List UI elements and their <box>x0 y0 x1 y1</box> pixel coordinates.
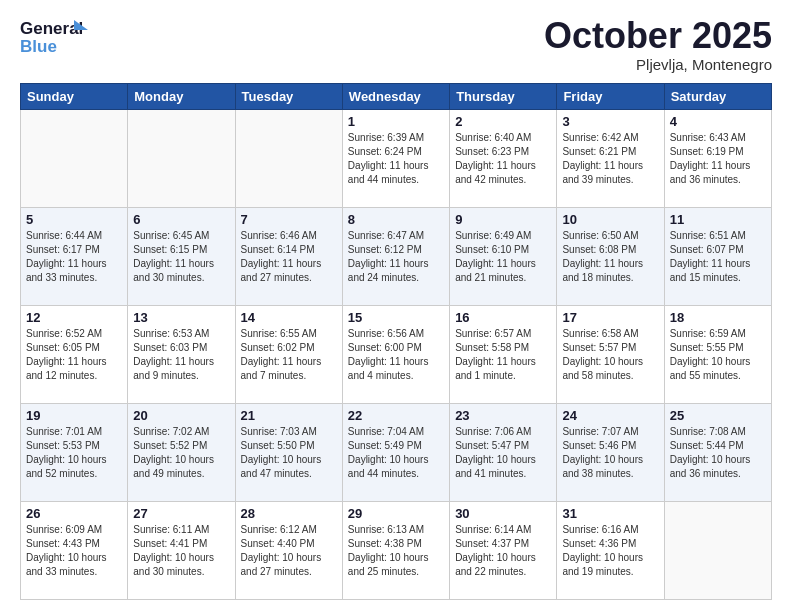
th-sunday: Sunday <box>21 83 128 109</box>
calendar-cell <box>128 109 235 207</box>
th-wednesday: Wednesday <box>342 83 449 109</box>
day-info: Sunrise: 6:59 AM Sunset: 5:55 PM Dayligh… <box>670 327 766 383</box>
calendar-cell: 25Sunrise: 7:08 AM Sunset: 5:44 PM Dayli… <box>664 403 771 501</box>
calendar-cell: 19Sunrise: 7:01 AM Sunset: 5:53 PM Dayli… <box>21 403 128 501</box>
day-info: Sunrise: 7:02 AM Sunset: 5:52 PM Dayligh… <box>133 425 229 481</box>
calendar-cell: 20Sunrise: 7:02 AM Sunset: 5:52 PM Dayli… <box>128 403 235 501</box>
day-info: Sunrise: 7:01 AM Sunset: 5:53 PM Dayligh… <box>26 425 122 481</box>
calendar-cell <box>664 501 771 599</box>
calendar-cell: 12Sunrise: 6:52 AM Sunset: 6:05 PM Dayli… <box>21 305 128 403</box>
day-info: Sunrise: 6:56 AM Sunset: 6:00 PM Dayligh… <box>348 327 444 383</box>
day-info: Sunrise: 6:46 AM Sunset: 6:14 PM Dayligh… <box>241 229 337 285</box>
calendar-cell: 21Sunrise: 7:03 AM Sunset: 5:50 PM Dayli… <box>235 403 342 501</box>
calendar-cell: 31Sunrise: 6:16 AM Sunset: 4:36 PM Dayli… <box>557 501 664 599</box>
month-title: October 2025 <box>544 16 772 56</box>
page: GeneralBlue October 2025 Pljevlja, Monte… <box>0 0 792 612</box>
calendar-cell: 13Sunrise: 6:53 AM Sunset: 6:03 PM Dayli… <box>128 305 235 403</box>
svg-text:Blue: Blue <box>20 37 57 56</box>
calendar-cell: 14Sunrise: 6:55 AM Sunset: 6:02 PM Dayli… <box>235 305 342 403</box>
th-thursday: Thursday <box>450 83 557 109</box>
calendar-cell: 26Sunrise: 6:09 AM Sunset: 4:43 PM Dayli… <box>21 501 128 599</box>
calendar-cell: 28Sunrise: 6:12 AM Sunset: 4:40 PM Dayli… <box>235 501 342 599</box>
day-number: 17 <box>562 310 658 325</box>
day-info: Sunrise: 6:49 AM Sunset: 6:10 PM Dayligh… <box>455 229 551 285</box>
day-info: Sunrise: 6:45 AM Sunset: 6:15 PM Dayligh… <box>133 229 229 285</box>
calendar-cell: 11Sunrise: 6:51 AM Sunset: 6:07 PM Dayli… <box>664 207 771 305</box>
day-number: 28 <box>241 506 337 521</box>
calendar-cell: 18Sunrise: 6:59 AM Sunset: 5:55 PM Dayli… <box>664 305 771 403</box>
day-number: 27 <box>133 506 229 521</box>
day-info: Sunrise: 6:09 AM Sunset: 4:43 PM Dayligh… <box>26 523 122 579</box>
day-number: 26 <box>26 506 122 521</box>
calendar-cell: 29Sunrise: 6:13 AM Sunset: 4:38 PM Dayli… <box>342 501 449 599</box>
day-info: Sunrise: 6:57 AM Sunset: 5:58 PM Dayligh… <box>455 327 551 383</box>
calendar-cell: 2Sunrise: 6:40 AM Sunset: 6:23 PM Daylig… <box>450 109 557 207</box>
day-info: Sunrise: 6:40 AM Sunset: 6:23 PM Dayligh… <box>455 131 551 187</box>
calendar-week-row: 5Sunrise: 6:44 AM Sunset: 6:17 PM Daylig… <box>21 207 772 305</box>
day-info: Sunrise: 6:58 AM Sunset: 5:57 PM Dayligh… <box>562 327 658 383</box>
logo-area: GeneralBlue <box>20 16 90 58</box>
th-friday: Friday <box>557 83 664 109</box>
calendar-cell: 3Sunrise: 6:42 AM Sunset: 6:21 PM Daylig… <box>557 109 664 207</box>
day-info: Sunrise: 7:06 AM Sunset: 5:47 PM Dayligh… <box>455 425 551 481</box>
day-number: 19 <box>26 408 122 423</box>
calendar-cell: 24Sunrise: 7:07 AM Sunset: 5:46 PM Dayli… <box>557 403 664 501</box>
title-area: October 2025 Pljevlja, Montenegro <box>544 16 772 73</box>
day-number: 22 <box>348 408 444 423</box>
day-info: Sunrise: 6:50 AM Sunset: 6:08 PM Dayligh… <box>562 229 658 285</box>
day-number: 20 <box>133 408 229 423</box>
day-info: Sunrise: 6:42 AM Sunset: 6:21 PM Dayligh… <box>562 131 658 187</box>
th-saturday: Saturday <box>664 83 771 109</box>
day-number: 18 <box>670 310 766 325</box>
calendar-week-row: 1Sunrise: 6:39 AM Sunset: 6:24 PM Daylig… <box>21 109 772 207</box>
day-number: 10 <box>562 212 658 227</box>
day-number: 3 <box>562 114 658 129</box>
th-tuesday: Tuesday <box>235 83 342 109</box>
day-number: 24 <box>562 408 658 423</box>
day-info: Sunrise: 7:08 AM Sunset: 5:44 PM Dayligh… <box>670 425 766 481</box>
day-number: 5 <box>26 212 122 227</box>
day-number: 31 <box>562 506 658 521</box>
day-info: Sunrise: 6:53 AM Sunset: 6:03 PM Dayligh… <box>133 327 229 383</box>
day-info: Sunrise: 6:14 AM Sunset: 4:37 PM Dayligh… <box>455 523 551 579</box>
day-number: 2 <box>455 114 551 129</box>
day-number: 6 <box>133 212 229 227</box>
calendar-cell <box>235 109 342 207</box>
calendar-cell: 17Sunrise: 6:58 AM Sunset: 5:57 PM Dayli… <box>557 305 664 403</box>
logo-svg: GeneralBlue <box>20 16 90 58</box>
day-info: Sunrise: 6:44 AM Sunset: 6:17 PM Dayligh… <box>26 229 122 285</box>
calendar-cell: 15Sunrise: 6:56 AM Sunset: 6:00 PM Dayli… <box>342 305 449 403</box>
day-info: Sunrise: 6:47 AM Sunset: 6:12 PM Dayligh… <box>348 229 444 285</box>
calendar-week-row: 19Sunrise: 7:01 AM Sunset: 5:53 PM Dayli… <box>21 403 772 501</box>
calendar-cell: 23Sunrise: 7:06 AM Sunset: 5:47 PM Dayli… <box>450 403 557 501</box>
th-monday: Monday <box>128 83 235 109</box>
day-number: 30 <box>455 506 551 521</box>
day-number: 4 <box>670 114 766 129</box>
calendar-cell: 5Sunrise: 6:44 AM Sunset: 6:17 PM Daylig… <box>21 207 128 305</box>
calendar-cell: 27Sunrise: 6:11 AM Sunset: 4:41 PM Dayli… <box>128 501 235 599</box>
day-number: 8 <box>348 212 444 227</box>
day-info: Sunrise: 6:16 AM Sunset: 4:36 PM Dayligh… <box>562 523 658 579</box>
weekday-header-row: Sunday Monday Tuesday Wednesday Thursday… <box>21 83 772 109</box>
day-info: Sunrise: 6:52 AM Sunset: 6:05 PM Dayligh… <box>26 327 122 383</box>
calendar-cell: 16Sunrise: 6:57 AM Sunset: 5:58 PM Dayli… <box>450 305 557 403</box>
location: Pljevlja, Montenegro <box>544 56 772 73</box>
calendar-table: Sunday Monday Tuesday Wednesday Thursday… <box>20 83 772 600</box>
day-info: Sunrise: 6:51 AM Sunset: 6:07 PM Dayligh… <box>670 229 766 285</box>
calendar-week-row: 12Sunrise: 6:52 AM Sunset: 6:05 PM Dayli… <box>21 305 772 403</box>
calendar-cell: 30Sunrise: 6:14 AM Sunset: 4:37 PM Dayli… <box>450 501 557 599</box>
day-number: 13 <box>133 310 229 325</box>
calendar-cell: 7Sunrise: 6:46 AM Sunset: 6:14 PM Daylig… <box>235 207 342 305</box>
day-number: 14 <box>241 310 337 325</box>
day-number: 11 <box>670 212 766 227</box>
day-number: 9 <box>455 212 551 227</box>
calendar-cell: 6Sunrise: 6:45 AM Sunset: 6:15 PM Daylig… <box>128 207 235 305</box>
day-info: Sunrise: 7:07 AM Sunset: 5:46 PM Dayligh… <box>562 425 658 481</box>
calendar-cell: 4Sunrise: 6:43 AM Sunset: 6:19 PM Daylig… <box>664 109 771 207</box>
day-number: 21 <box>241 408 337 423</box>
day-number: 16 <box>455 310 551 325</box>
day-number: 12 <box>26 310 122 325</box>
calendar-cell <box>21 109 128 207</box>
day-number: 1 <box>348 114 444 129</box>
day-info: Sunrise: 7:04 AM Sunset: 5:49 PM Dayligh… <box>348 425 444 481</box>
